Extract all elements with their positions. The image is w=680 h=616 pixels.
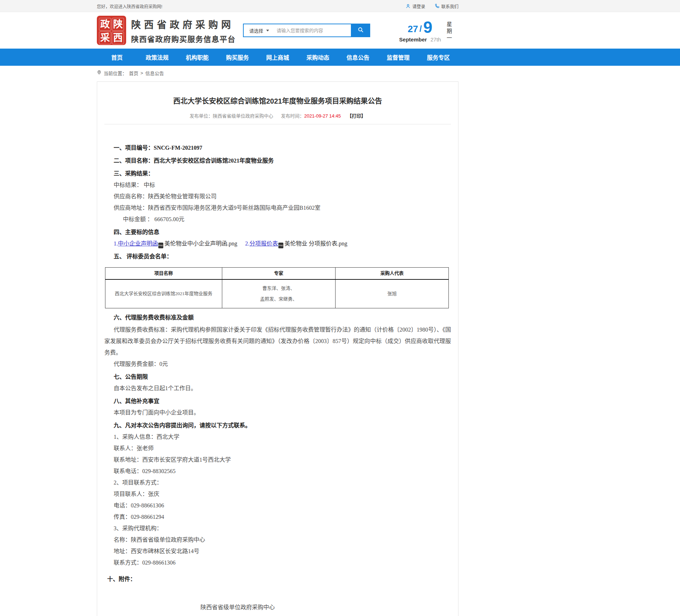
contact-line: 联系人：张老师 (104, 443, 451, 454)
nav-item-service-zone[interactable]: 服务专区 (418, 49, 458, 66)
seal-char: 西 (112, 31, 124, 44)
top-bar: 您好，欢迎进入陕西省政府采购网! 请登录 联系我们 (0, 0, 680, 12)
date-widget: 27 / 9 September 27th 星 期 一 (399, 20, 452, 43)
section-5-heading: 五、 评标委员会名单： (104, 251, 451, 262)
breadcrumb-label: 当前位置： (104, 70, 127, 76)
supplier-name-line: 供应商名称：陕西美伦物业管理有限公司 (104, 191, 451, 202)
table-row: 西北大学长安校区综合训练馆2021年度物业服务 曹东洋、张涛、 孟照发、宋继勇、… (105, 279, 449, 308)
evaluation-committee-table: 项目名称 专家 采购人代表 西北大学长安校区综合训练馆2021年度物业服务 曹东… (105, 267, 449, 308)
section-9-heading: 九、凡对本次公告内容提出询问，请按以下方式联系。 (104, 420, 451, 431)
attachment-1-filename[interactable]: 美伦物业中小企业声明函.png (164, 240, 237, 247)
experts-line-1: 曹东洋、张涛、 (222, 283, 335, 294)
sme-note-line: 本项目为专门面向中小企业项目。 (104, 407, 451, 418)
article-title: 西北大学长安校区综合训练馆2021年度物业服务项目采购结果公告 (104, 95, 451, 106)
date-month-name: September (399, 36, 427, 43)
article-card: 西北大学长安校区综合训练馆2021年度物业服务项目采购结果公告 发布单位：陕西省… (97, 81, 458, 616)
site-logo[interactable]: 政 陕 采 西 陕西省政府采购网 陕西省政府购买服务信息平台 (97, 16, 236, 45)
print-button[interactable]: 【打印】 (347, 113, 366, 119)
search-box: 请选择 (243, 24, 370, 37)
nav-item-purchase-services[interactable]: 购买服务 (217, 49, 257, 66)
result-line: 中标结果： 中标 (104, 179, 451, 191)
seal-char: 采 (99, 31, 111, 44)
agency-fee-paragraph: 代理服务费收费标准：采购代理机构参照国家计委关于印发《招标代理服务收费管理暂行办… (104, 324, 451, 358)
nav-item-announcements[interactable]: 信息公告 (338, 49, 378, 66)
agency-fee-amount-line: 代理服务费金额：0元 (104, 358, 451, 370)
contact-line: 联系方式：029-88661306 (104, 557, 451, 568)
col-header-buyer-rep: 采购人代表 (335, 268, 448, 280)
col-header-project: 项目名称 (105, 268, 222, 280)
search-button[interactable] (351, 24, 370, 37)
site-header: 政 陕 采 西 陕西省政府采购网 陕西省政府购买服务信息平台 请选择 (0, 12, 680, 49)
date-ordinal: 27th (431, 36, 441, 43)
contact-link[interactable]: 联系我们 (435, 3, 458, 9)
article-meta: 发布单位：陕西省省级单位政府采购中心 发布时间：2021-09-27 14:45… (104, 112, 451, 119)
search-icon (358, 27, 364, 34)
col-header-experts: 专家 (222, 268, 335, 280)
login-link[interactable]: 请登录 (406, 3, 425, 9)
contact-line: 地址：西安市碑林区长安北路14号 (104, 546, 451, 557)
attachment-2-num: 2. (245, 240, 249, 247)
attachment-2-link[interactable]: 分项报价表 (249, 240, 278, 247)
signature-date: 2021年9月27日 (64, 613, 411, 616)
search-input[interactable] (274, 24, 351, 36)
section-2-heading: 二、项目名称：西北大学长安校区综合训练馆2021年度物业服务 (104, 155, 451, 167)
search-category-select[interactable]: 请选择 (244, 24, 274, 36)
weekday-char: 星 (447, 21, 452, 28)
date-month: 9 (423, 20, 433, 34)
nav-item-procurement-news[interactable]: 采购动态 (298, 49, 338, 66)
section-1-heading: 一、项目编号：SNCG-FM-2021097 (104, 142, 451, 154)
attachment-1-link[interactable]: 中小企业声明函 (118, 240, 158, 247)
breadcrumb: 当前位置： 首页 > 信息公告 (0, 66, 680, 80)
cell-buyer-rep: 张旭 (335, 279, 448, 308)
weekday-char: 一 (447, 34, 452, 41)
nav-item-policies[interactable]: 政策法规 (137, 49, 177, 66)
publish-time-label: 发布时间： (281, 113, 304, 119)
nav-item-functions[interactable]: 机构职能 (177, 49, 217, 66)
main-nav: 首页 政策法规 机构职能 购买服务 网上商城 采购动态 信息公告 监督管理 服务… (0, 49, 680, 66)
weekday-char: 期 (447, 28, 452, 34)
contact-line: 1、采购人信息：西北大学 (104, 431, 451, 443)
date-slash: / (420, 24, 422, 34)
publisher-label: 发布单位： (190, 113, 213, 119)
section-8-heading: 八、其他补充事宜 (104, 396, 451, 407)
cell-experts: 曹东洋、张涛、 孟照发、宋继勇、 (222, 279, 335, 308)
publish-time-value: 2021-09-27 14:45 (304, 113, 341, 119)
section-10-heading: 十、附件： (104, 573, 451, 585)
contact-line: 2、项目联系方式： (104, 477, 451, 488)
signature-org: 陕西省省级单位政府采购中心 (64, 601, 411, 613)
nav-item-supervision[interactable]: 监督管理 (378, 49, 418, 66)
cell-project-name: 西北大学长安校区综合训练馆2021年度物业服务 (105, 279, 222, 308)
contact-line: 电话：029-88661306 (104, 500, 451, 511)
attachment-1-num: 1. (114, 240, 118, 247)
signature-block: 陕西省省级单位政府采购中心 2021年9月27日 (64, 601, 411, 616)
article-body: 一、项目编号：SNCG-FM-2021097 二、项目名称：西北大学长安校区综合… (104, 142, 451, 616)
nav-item-online-mall[interactable]: 网上商城 (258, 49, 298, 66)
section-3-heading: 三、采购结果： (104, 168, 451, 179)
nav-item-home[interactable]: 首页 (97, 49, 137, 66)
site-title: 陕西省政府采购网 (131, 17, 236, 31)
seal-char: 政 (99, 18, 111, 31)
contact-line: 联系地址：西安市长安区学府大道1号西北大学 (104, 454, 451, 466)
contact-line: 联系电话：029-88302565 (104, 466, 451, 477)
attachment-2-filename[interactable]: 美伦物业 分项报价表.png (284, 240, 347, 247)
contact-line: 3、采购代理机构： (104, 523, 451, 534)
announcement-period-line: 自本公告发布之日起1个工作日。 (104, 383, 451, 394)
contact-line: 项目联系人：张庆 (104, 488, 451, 500)
supplier-address-line: 供应商地址：陕西省西安市国际港务区港务大道9号新丝路国际电商产业园B1602室 (104, 202, 451, 214)
chevron-down-icon (266, 30, 269, 31)
phone-icon (435, 4, 440, 9)
breadcrumb-separator: > (140, 70, 143, 76)
user-icon (406, 4, 411, 9)
weekday-label: 星 期 一 (447, 20, 452, 43)
site-subtitle: 陕西省政府购买服务信息平台 (131, 33, 236, 44)
png-file-icon: PNG (278, 243, 283, 248)
table-header-row: 项目名称 专家 采购人代表 (105, 268, 449, 280)
section-7-heading: 七、公告期限 (104, 371, 451, 383)
meta-divider (104, 124, 451, 124)
contact-line: 名称：陕西省省级单位政府采购中心 (104, 534, 451, 546)
publisher-value: 陕西省省级单位政府采购中心 (213, 113, 273, 119)
breadcrumb-home-link[interactable]: 首页 (129, 70, 138, 76)
date-day: 27 (408, 24, 418, 34)
search-select-label: 请选择 (249, 27, 263, 34)
breadcrumb-current[interactable]: 信息公告 (145, 70, 164, 76)
